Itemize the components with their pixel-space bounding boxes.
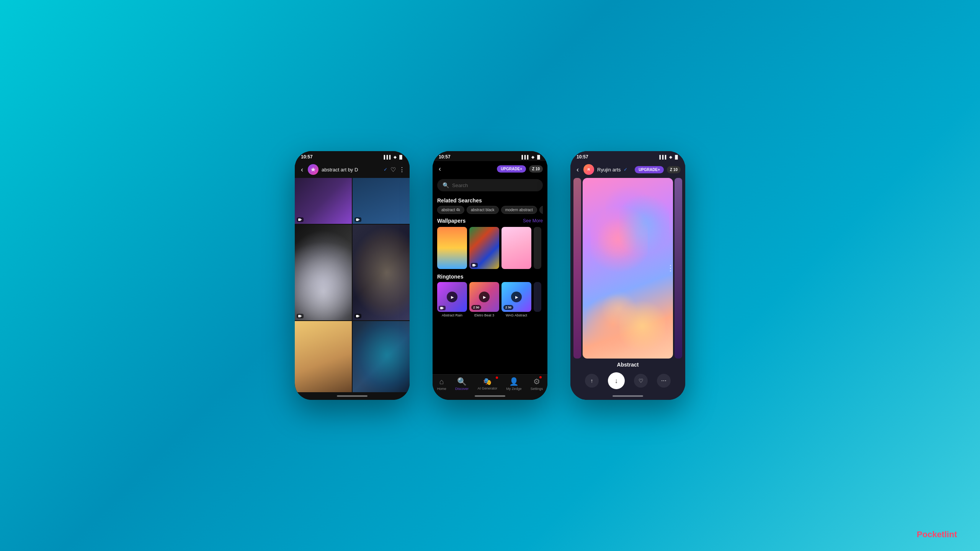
video-badge-3 [297,314,304,318]
wifi-icon-right: ◈ [669,155,672,159]
grid-item-7[interactable] [295,321,352,392]
see-more-wallpapers[interactable]: See More [523,218,543,223]
ai-nav-icon: 🎭 [483,377,492,386]
play-circle-2 [479,292,490,302]
status-icons-middle: ▌▌▌ ◈ ▐▌ [522,155,541,159]
back-button-right[interactable]: ‹ [575,165,580,174]
grid-item-4[interactable] [353,225,410,320]
video-badge-1 [297,217,304,222]
heart-icon-right: ♡ [639,378,644,384]
ringtone-thumb-1[interactable] [437,282,467,312]
ringtone-item-4 [534,282,541,317]
battery-icon: ▐▌ [398,155,403,159]
wallpaper-thumb-partial [534,227,541,269]
right-header: ‹ R Ryujin arts ✓ UPGRADE+ Z 10 [570,161,685,178]
wifi-icon: ◈ [394,155,397,159]
grid-item-2[interactable] [353,178,410,224]
status-time-middle: 10:57 [439,154,451,160]
signal-icon: ▌▌▌ [384,155,392,159]
status-bar-left: 10:57 ▌▌▌ ◈ ▐▌ [295,151,410,161]
home-indicator-left [295,392,410,400]
nav-settings[interactable]: ⚙ Settings [531,377,543,391]
z-badge-rt2: Z 50 [471,305,481,310]
smoke-extra-3 [602,290,636,328]
grid-item-1[interactable] [295,178,352,224]
phone-middle: 10:57 ▌▌▌ ◈ ▐▌ ‹ UPGRADE+ Z 10 🔍 Search … [433,151,547,400]
more-icon-right: ⋯ [661,378,666,384]
heart-button-left[interactable]: ♡ [390,166,396,173]
search-placeholder: Search [452,183,468,188]
ringtone-label-3: WAG Abstract [501,313,531,317]
status-bar-right: 10:57 ▌▌▌ ◈ ▐▌ [570,151,685,161]
share-button[interactable]: ↑ [585,374,599,388]
verified-icon-right: ✓ [624,167,627,172]
svg-rect-9 [472,264,475,266]
related-searches-title: Related Searches [437,197,543,204]
ringtone-thumb-partial [534,282,541,312]
signal-icon-mid: ▌▌▌ [522,155,530,159]
video-badge-wp2 [471,263,478,267]
download-button[interactable]: ↓ [608,372,625,389]
video-badge-4 [354,314,361,318]
search-bar[interactable]: 🔍 Search [437,179,543,191]
upgrade-button-right[interactable]: UPGRADE+ [635,166,664,173]
avatar-left [308,164,318,175]
svg-marker-0 [311,167,315,171]
back-button-left[interactable]: ‹ [299,165,305,174]
nav-discover[interactable]: 🔍 Discover [455,377,469,391]
main-wallpaper[interactable] [583,178,673,359]
heart-button-right[interactable]: ♡ [634,374,648,388]
tag-abs[interactable]: abs... [539,206,543,214]
svg-marker-8 [358,315,360,317]
grid-item-3[interactable] [295,225,352,320]
nav-home[interactable]: ⌂ Home [437,377,446,391]
svg-rect-3 [356,218,358,221]
ringtone-thumb-3[interactable]: Z 50 [501,282,531,312]
wallpaper-thumb-2[interactable] [469,227,499,269]
battery-icon-mid: ▐▌ [536,155,541,159]
ringtone-item-3[interactable]: Z 50 WAG Abstract [501,282,531,317]
discover-nav-icon: 🔍 [457,377,467,386]
video-badge-2 [354,217,361,222]
z-coins-mid: Z 10 [529,165,543,173]
wallpaper-thumb-1[interactable] [437,227,467,269]
grid-item-8[interactable] [353,321,410,392]
svg-marker-12 [443,307,444,309]
back-button-mid[interactable]: ‹ [437,164,443,174]
tag-abstractblack[interactable]: abstract black [467,206,499,214]
play-circle-1 [447,292,457,302]
z-coins-right: Z 10 [667,166,681,173]
svg-marker-2 [301,219,302,220]
ringtone-thumb-2[interactable]: Z 50 [469,282,499,312]
svg-marker-6 [301,315,302,317]
phone-left: 10:57 ▌▌▌ ◈ ▐▌ ‹ abstract art by D ✓ ♡ ⋮ [295,151,410,400]
left-header: ‹ abstract art by D ✓ ♡ ⋮ [295,161,410,178]
signal-icon-right: ▌▌▌ [660,155,668,159]
search-icon: 🔍 [443,182,449,188]
artist-avatar: R [583,164,594,175]
swipe-dots [670,265,671,272]
wallpapers-row [437,227,543,269]
ai-nav-label: AI Generator [477,386,497,390]
discover-nav-label: Discover [455,387,469,391]
tag-modernabstract[interactable]: modern abstract [501,206,537,214]
wallpapers-section-header: Wallpapers See More [437,218,543,224]
pocketlint-logo: Pocketlint [917,530,957,540]
scroll-content: Related Searches abstract 4k abstract bl… [433,194,547,374]
ringtones-row: Abstract Rain Z 50 Eletro Beat 3 Z 50 [437,282,543,317]
ringtone-item-2[interactable]: Z 50 Eletro Beat 3 [469,282,499,317]
action-bar: ↑ ↓ ♡ ⋯ [570,370,685,392]
wallpaper-side-right [675,178,682,359]
nav-ai[interactable]: 🎭 AI Generator [477,377,497,390]
tag-abstract4k[interactable]: abstract 4k [437,206,464,214]
status-icons-right: ▌▌▌ ◈ ▐▌ [660,155,679,159]
wallpaper-thumb-3[interactable] [501,227,531,269]
status-time-right: 10:57 [577,154,588,160]
nav-myzedge[interactable]: 👤 My Zedge [506,377,521,391]
more-button-right-action[interactable]: ⋯ [657,374,671,388]
wallpaper-grid [295,178,410,392]
battery-icon-right: ▐▌ [674,155,679,159]
upgrade-button-mid[interactable]: UPGRADE+ [497,165,526,173]
ringtone-item-1[interactable]: Abstract Rain [437,282,467,317]
more-button-left[interactable]: ⋮ [399,166,405,173]
